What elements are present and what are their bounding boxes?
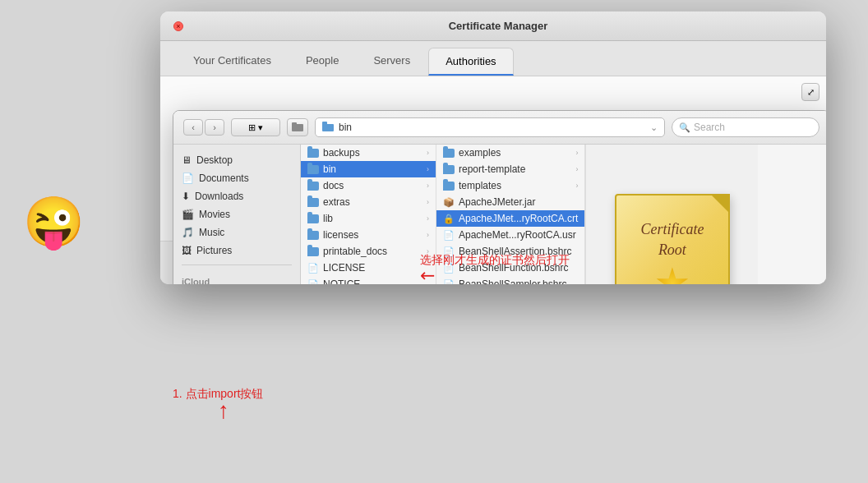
forward-button[interactable]: ›	[205, 119, 224, 136]
expand-arrow: ›	[427, 182, 429, 190]
music-icon: 🎵	[182, 227, 194, 238]
list-item[interactable]: 📄 NOTICE	[301, 276, 436, 284]
list-item[interactable]: 📄 ApacheMet...ryRootCA.usr	[436, 227, 584, 243]
cert-seal-icon	[656, 267, 689, 284]
sidebar-item-documents[interactable]: 📄 Documents	[173, 169, 300, 187]
expand-arrow: ›	[427, 214, 429, 223]
downloads-icon: ⬇	[182, 191, 190, 202]
cert-preview-text: Certificate Root	[640, 219, 704, 260]
close-button[interactable]: ×	[173, 21, 183, 31]
dialog-title: Certificate Manager	[183, 20, 813, 32]
expand-arrow: ›	[427, 247, 429, 255]
emoji-annotation: 😜	[23, 193, 85, 251]
tab-servers[interactable]: Servers	[357, 48, 427, 76]
folder-icon	[292, 121, 303, 134]
search-bar[interactable]: 🔍 Search	[672, 117, 820, 137]
location-folder-icon	[322, 120, 334, 135]
folder-icon	[443, 182, 455, 191]
file-icon: 📄	[443, 263, 455, 274]
expand-arrow: ›	[427, 165, 429, 173]
folder-icon	[307, 231, 319, 240]
location-text: bin	[339, 122, 352, 133]
documents-icon: 📄	[182, 172, 194, 184]
certificate-manager-dialog: × Certificate Manager Your Certificates …	[160, 12, 826, 284]
cert-file-icon: 🔒	[443, 214, 455, 224]
sidebar-divider	[182, 264, 292, 265]
scroll-button[interactable]: ⤢	[801, 83, 820, 101]
view-arrow: ▾	[258, 122, 263, 133]
expand-arrow: ›	[427, 231, 429, 239]
tab-authorities[interactable]: Authorities	[428, 48, 513, 76]
sidebar-item-pictures[interactable]: 🖼 Pictures	[173, 242, 300, 260]
file-icon: 📄	[443, 230, 455, 241]
list-item[interactable]: templates ›	[436, 177, 584, 194]
list-item[interactable]: backups ›	[301, 145, 436, 161]
list-item[interactable]: 📄 BeanShellFunction.bshrc	[436, 260, 584, 276]
nav-buttons: ‹ ›	[183, 119, 224, 136]
dialog-titlebar: × Certificate Manager	[160, 12, 826, 41]
list-item[interactable]: bin ›	[301, 161, 436, 177]
pictures-icon: 🖼	[182, 245, 192, 256]
file-column-2: examples › report-template › templates ›	[436, 145, 585, 284]
expand-arrow: ›	[575, 182, 578, 190]
svg-rect-3	[322, 122, 327, 126]
folder-icon	[307, 214, 319, 223]
view-mode-button[interactable]: ⊞ ▾	[231, 118, 280, 136]
list-item-selected-cert[interactable]: 🔒 ApacheJMet...ryRootCA.crt	[436, 210, 584, 227]
location-bar[interactable]: bin ⌄	[315, 117, 665, 137]
sidebar-item-movies[interactable]: 🎬 Movies	[173, 205, 300, 223]
folder-icon	[307, 149, 319, 158]
sidebar-item-downloads[interactable]: ⬇ Downloads	[173, 187, 300, 205]
expand-arrow: ›	[427, 149, 429, 157]
expand-arrow: ›	[575, 165, 578, 173]
icloud-section-label: iCloud	[173, 270, 300, 284]
file-toolbar: ‹ › ⊞ ▾	[173, 111, 826, 145]
file-icon: 📄	[443, 279, 455, 285]
list-item[interactable]: extras ›	[301, 194, 436, 210]
file-icon: 📄	[443, 246, 455, 257]
location-dropdown-icon: ⌄	[650, 122, 658, 133]
sidebar-item-music[interactable]: 🎵 Music	[173, 223, 300, 242]
back-button[interactable]: ‹	[183, 119, 203, 136]
svg-rect-1	[292, 122, 297, 126]
certificate-preview: Certificate Root	[615, 194, 730, 284]
file-browser-dialog: ‹ › ⊞ ▾	[173, 110, 826, 284]
tab-people[interactable]: People	[289, 48, 355, 76]
list-item[interactable]: 📄 BeanShellAssertion.bshrc	[436, 243, 584, 260]
list-item[interactable]: 📄 BeanShellSampler.bshrc	[436, 276, 584, 284]
file-icon: 📄	[307, 263, 319, 274]
sidebar-item-desktop[interactable]: 🖥 Desktop	[173, 151, 300, 169]
folder-icon	[307, 165, 319, 174]
search-placeholder-text: Search	[694, 122, 725, 133]
folder-icon	[307, 247, 319, 256]
file-content-area: 🖥 Desktop 📄 Documents ⬇ Downloads 🎬 Movi…	[173, 145, 826, 284]
file-icon: 📦	[443, 197, 455, 208]
grid-icon: ⊞	[248, 122, 256, 133]
dialog-tabs: Your Certificates People Servers Authori…	[160, 41, 826, 76]
file-icon: 📄	[307, 279, 319, 285]
folder-icon	[307, 182, 319, 191]
expand-arrow: ›	[427, 198, 429, 206]
file-sidebar: 🖥 Desktop 📄 Documents ⬇ Downloads 🎬 Movi…	[173, 145, 301, 284]
browser-background: × Certificate Manager Your Certificates …	[0, 0, 868, 483]
folder-icon	[443, 165, 455, 174]
list-item[interactable]: 📄 LICENSE	[301, 260, 436, 276]
import-annotation: 1. 点击import按钮 ↑	[173, 386, 263, 424]
list-item[interactable]: lib ›	[301, 210, 436, 227]
folder-icon	[443, 149, 455, 158]
file-preview-area: Certificate Root ApacheJMet...TemporaryR…	[585, 145, 758, 284]
expand-arrow: ›	[575, 149, 578, 157]
import-up-arrow-icon: ↑	[218, 398, 229, 424]
list-item[interactable]: docs ›	[301, 177, 436, 194]
desktop-icon: 🖥	[182, 154, 192, 166]
search-icon: 🔍	[679, 122, 690, 133]
list-item[interactable]: 📦 ApacheJMeter.jar	[436, 194, 584, 210]
list-item[interactable]: examples ›	[436, 145, 584, 161]
list-item[interactable]: report-template ›	[436, 161, 584, 177]
folder-icon	[307, 198, 319, 207]
tab-your-certificates[interactable]: Your Certificates	[177, 48, 288, 76]
new-folder-button[interactable]	[287, 118, 308, 136]
movies-icon: 🎬	[182, 209, 194, 220]
list-item[interactable]: licenses ›	[301, 227, 436, 243]
list-item[interactable]: printable_docs ›	[301, 243, 436, 260]
